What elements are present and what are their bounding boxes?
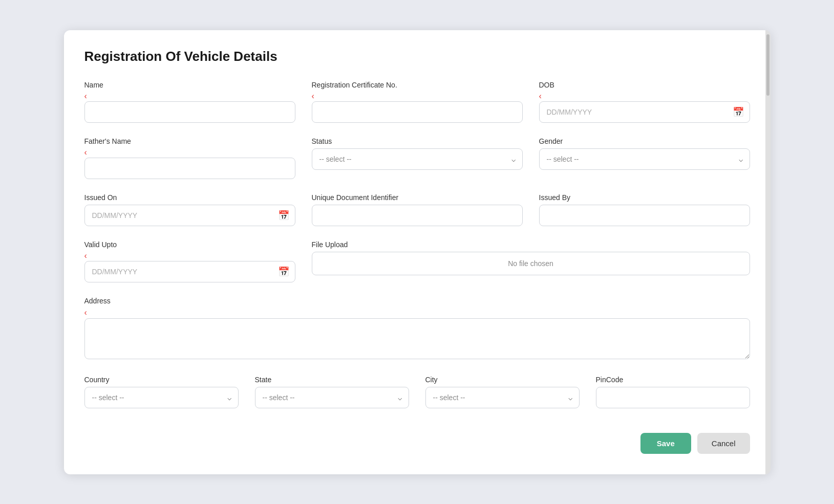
form-group-pincode: PinCode: [596, 376, 750, 408]
gender-select-wrapper: -- select -- ⌵: [539, 148, 750, 170]
label-address: Address: [84, 297, 750, 305]
form-row-2: Father's Name ‹ Status -- select -- ⌵ Ge…: [84, 137, 750, 179]
file-upload-button[interactable]: No file chosen: [312, 252, 750, 275]
label-dob: DOB: [539, 81, 750, 89]
form-group-fathers-name: Father's Name ‹: [84, 137, 295, 179]
name-input[interactable]: [84, 101, 295, 123]
state-select-wrapper: -- select -- ⌵: [255, 387, 409, 408]
address-textarea[interactable]: [84, 318, 750, 359]
cancel-button[interactable]: Cancel: [697, 433, 750, 454]
label-country: Country: [84, 376, 239, 384]
form-row-4: Valid Upto ‹ 📅 File Upload No file chose…: [84, 240, 750, 282]
status-select-wrapper: -- select -- ⌵: [312, 148, 523, 170]
label-name: Name: [84, 81, 295, 89]
form-group-city: City -- select -- ⌵: [425, 376, 580, 408]
dob-input[interactable]: [539, 101, 750, 123]
form-row-3: Issued On 📅 Unique Document Identifier I…: [84, 193, 750, 226]
valid-upto-wrapper: ‹ 📅: [84, 252, 295, 282]
label-state: State: [255, 376, 409, 384]
file-upload-status: No file chosen: [508, 259, 553, 268]
pincode-input[interactable]: [596, 387, 750, 408]
country-select[interactable]: -- select --: [84, 387, 239, 408]
required-mark-reg: ‹: [312, 92, 523, 100]
reg-cert-wrapper: ‹: [312, 92, 523, 123]
label-status: Status: [312, 137, 523, 145]
scrollbar-thumb: [766, 34, 769, 96]
form-group-status: Status -- select -- ⌵: [312, 137, 523, 179]
fathers-name-wrapper: ‹: [84, 148, 295, 179]
country-select-wrapper: -- select -- ⌵: [84, 387, 239, 408]
form-group-valid-upto: Valid Upto ‹ 📅: [84, 240, 295, 282]
issued-on-wrapper: 📅: [84, 205, 295, 226]
valid-upto-date-wrapper: 📅: [84, 261, 295, 282]
required-mark-address: ‹: [84, 308, 750, 317]
form-group-dob: DOB ‹ 📅: [539, 81, 750, 123]
label-gender: Gender: [539, 137, 750, 145]
required-mark-dob: ‹: [539, 92, 750, 100]
issued-by-input[interactable]: [539, 205, 750, 226]
label-issued-by: Issued By: [539, 193, 750, 202]
modal-container: Registration Of Vehicle Details Name ‹ R…: [64, 30, 771, 474]
scrollbar: [765, 30, 771, 474]
state-select[interactable]: -- select --: [255, 387, 409, 408]
label-issued-on: Issued On: [84, 193, 295, 202]
valid-upto-input[interactable]: [84, 261, 295, 282]
form-group-file-upload: File Upload No file chosen: [312, 240, 750, 282]
dob-date-wrapper: 📅: [539, 101, 750, 123]
label-unique-doc: Unique Document Identifier: [312, 193, 523, 202]
unique-doc-input[interactable]: [312, 205, 523, 226]
required-mark-fathers: ‹: [84, 148, 295, 157]
form-group-name: Name ‹: [84, 81, 295, 123]
dob-field-wrapper: ‹ 📅: [539, 92, 750, 123]
form-row-bottom: Country -- select -- ⌵ State -- select -…: [84, 376, 750, 408]
form-group-issued-by: Issued By: [539, 193, 750, 226]
name-field-wrapper: ‹: [84, 92, 295, 123]
form-group-country: Country -- select -- ⌵: [84, 376, 239, 408]
form-group-reg-cert: Registration Certificate No. ‹: [312, 81, 523, 123]
form-group-address: Address ‹: [84, 297, 750, 361]
form-group-unique-doc: Unique Document Identifier: [312, 193, 523, 226]
form-group-gender: Gender -- select -- ⌵: [539, 137, 750, 179]
gender-select[interactable]: -- select --: [539, 148, 750, 170]
required-mark-valid: ‹: [84, 252, 295, 260]
page-title: Registration Of Vehicle Details: [84, 49, 750, 64]
city-select-wrapper: -- select -- ⌵: [425, 387, 580, 408]
status-select[interactable]: -- select --: [312, 148, 523, 170]
label-file-upload: File Upload: [312, 240, 750, 249]
issued-on-input[interactable]: [84, 205, 295, 226]
fathers-name-input[interactable]: [84, 158, 295, 179]
form-group-state: State -- select -- ⌵: [255, 376, 409, 408]
label-reg-cert: Registration Certificate No.: [312, 81, 523, 89]
city-select[interactable]: -- select --: [425, 387, 580, 408]
required-mark-name: ‹: [84, 92, 295, 100]
save-button[interactable]: Save: [640, 433, 691, 454]
footer-buttons: Save Cancel: [84, 429, 750, 454]
form-row-1: Name ‹ Registration Certificate No. ‹ DO…: [84, 81, 750, 123]
label-pincode: PinCode: [596, 376, 750, 384]
form-group-issued-on: Issued On 📅: [84, 193, 295, 226]
label-valid-upto: Valid Upto: [84, 240, 295, 249]
label-fathers-name: Father's Name: [84, 137, 295, 145]
label-city: City: [425, 376, 580, 384]
reg-cert-input[interactable]: [312, 101, 523, 123]
